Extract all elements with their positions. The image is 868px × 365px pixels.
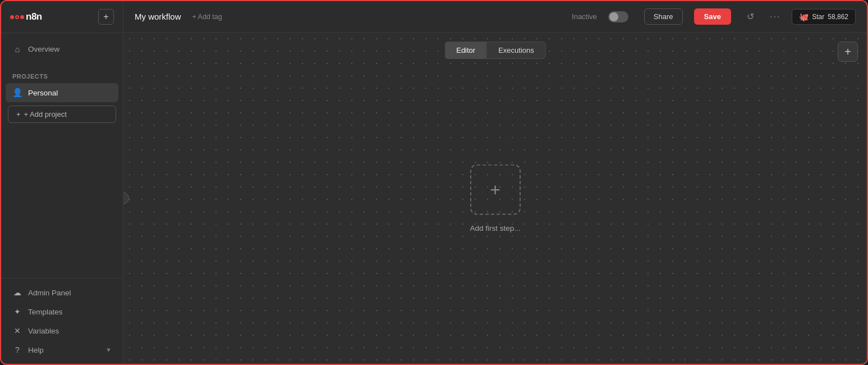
sidebar-item-help[interactable]: ? Help ▼ bbox=[6, 340, 118, 359]
chevron-down-icon: ▼ bbox=[105, 346, 112, 353]
logo-circle-1 bbox=[10, 15, 14, 19]
admin-panel-label: Admin Panel bbox=[28, 289, 71, 297]
help-label: Help bbox=[28, 346, 44, 354]
add-step-plus-icon: + bbox=[490, 181, 500, 199]
undo-button[interactable]: ↺ bbox=[742, 9, 759, 24]
sidebar-item-templates[interactable]: ✦ Templates bbox=[6, 302, 118, 321]
new-workflow-button[interactable]: + bbox=[98, 9, 114, 25]
personal-label: Personal bbox=[28, 89, 58, 97]
sidebar-nav: ⌂ Overview bbox=[1, 33, 123, 65]
n8n-logo: n8n bbox=[10, 11, 42, 22]
logo-circle-3 bbox=[20, 15, 24, 19]
add-project-plus-icon: + bbox=[16, 110, 21, 118]
tab-editor[interactable]: Editor bbox=[444, 42, 486, 59]
templates-label: Templates bbox=[28, 308, 63, 316]
app-container: n8n + ⌂ Overview Projects 👤 Personal + +… bbox=[0, 0, 868, 365]
editor-area: ‹ Editor Executions + Add first step... … bbox=[123, 33, 867, 364]
share-button[interactable]: Share bbox=[644, 8, 683, 25]
star-label: Star bbox=[812, 13, 824, 21]
sidebar: n8n + ⌂ Overview Projects 👤 Personal + +… bbox=[1, 1, 123, 364]
topbar: My workflow + Add tag Inactive Share Sav… bbox=[123, 1, 867, 33]
help-icon: ? bbox=[12, 345, 22, 354]
templates-icon: ✦ bbox=[12, 307, 22, 316]
add-first-step-label: Add first step... bbox=[470, 224, 520, 232]
workflow-canvas[interactable]: + Add first step... + bbox=[123, 33, 867, 364]
logo-area: n8n bbox=[10, 11, 42, 22]
tab-executions[interactable]: Executions bbox=[486, 42, 546, 59]
add-first-step-button[interactable]: + bbox=[470, 165, 520, 215]
add-project-button[interactable]: + + Add project bbox=[8, 106, 116, 123]
sidebar-item-variables[interactable]: ✕ Variables bbox=[6, 321, 118, 340]
person-icon: 👤 bbox=[12, 88, 22, 98]
github-star-button[interactable]: 🐙 Star 58,862 bbox=[792, 9, 856, 25]
home-icon: ⌂ bbox=[12, 44, 22, 54]
logo-circles bbox=[10, 15, 24, 19]
sidebar-bottom: ☁ Admin Panel ✦ Templates ✕ Variables ? … bbox=[1, 278, 123, 364]
sidebar-header: n8n + bbox=[1, 1, 123, 33]
canvas-add-button[interactable]: + bbox=[838, 42, 858, 62]
toggle-knob bbox=[609, 12, 618, 21]
github-icon: 🐙 bbox=[799, 12, 809, 21]
overview-label: Overview bbox=[28, 45, 59, 53]
logo-circle-2 bbox=[15, 15, 19, 19]
star-count: 58,862 bbox=[828, 13, 848, 21]
projects-section-label: Projects bbox=[1, 65, 123, 83]
variables-label: Variables bbox=[28, 327, 59, 335]
logo-text: n8n bbox=[26, 11, 42, 22]
save-button[interactable]: Save bbox=[694, 8, 731, 25]
active-toggle[interactable] bbox=[608, 11, 628, 22]
variables-icon: ✕ bbox=[12, 326, 22, 335]
main-layout: n8n + ⌂ Overview Projects 👤 Personal + +… bbox=[1, 1, 867, 364]
sidebar-item-overview[interactable]: ⌂ Overview bbox=[6, 40, 118, 58]
workflow-title: My workflow bbox=[135, 12, 181, 21]
add-tag-button[interactable]: + Add tag bbox=[188, 11, 227, 23]
admin-icon: ☁ bbox=[12, 288, 22, 297]
sidebar-item-personal[interactable]: 👤 Personal bbox=[6, 83, 118, 102]
more-options-button[interactable]: ··· bbox=[765, 10, 785, 24]
sidebar-item-admin-panel[interactable]: ☁ Admin Panel bbox=[6, 283, 118, 302]
add-project-label: + Add project bbox=[24, 110, 67, 118]
inactive-label: Inactive bbox=[572, 12, 597, 21]
content-area: My workflow + Add tag Inactive Share Sav… bbox=[123, 1, 867, 364]
add-first-step-container: + Add first step... bbox=[470, 165, 520, 232]
editor-tabs: Editor Executions bbox=[444, 37, 546, 63]
